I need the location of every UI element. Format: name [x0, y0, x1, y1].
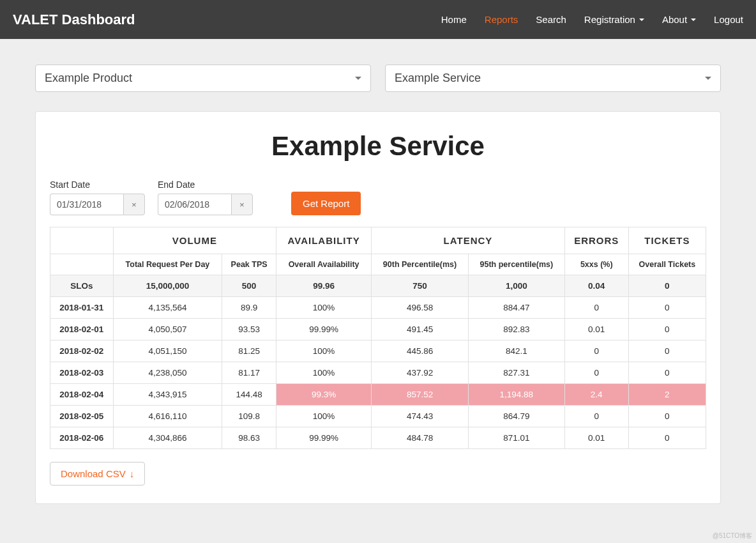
data-cell: 4,050,507 — [113, 319, 222, 340]
table-body: SLOs15,000,00050099.967501,0000.0402018-… — [50, 275, 706, 449]
nav-link-search[interactable]: Search — [536, 14, 566, 25]
clear-end-date-button[interactable]: × — [231, 194, 253, 215]
data-cell: 864.79 — [468, 406, 564, 427]
data-cell: 81.25 — [222, 340, 276, 362]
end-date-label: End Date — [158, 180, 253, 190]
data-cell: 484.78 — [372, 427, 469, 449]
chevron-down-icon — [691, 19, 696, 21]
date-cell: 2018-02-06 — [50, 427, 114, 449]
sub-availability: Overall Availability — [276, 254, 372, 275]
nav-link-registration[interactable]: Registration — [584, 14, 644, 25]
col-errors: ERRORS — [564, 227, 628, 254]
col-tickets: TICKETS — [628, 227, 706, 254]
data-cell: 4,343,915 — [113, 384, 222, 406]
download-csv-button[interactable]: Download CSV ↓ — [50, 462, 145, 486]
data-cell: 93.53 — [222, 319, 276, 340]
data-cell: 99.99% — [276, 427, 372, 449]
data-cell: 98.63 — [222, 427, 276, 449]
selector-row: Example Product Example Service — [35, 65, 721, 92]
data-cell: 0 — [628, 297, 706, 319]
slo-cell: 1,000 — [468, 275, 564, 297]
nav-link-home[interactable]: Home — [441, 14, 467, 25]
table-row: 2018-02-054,616,110109.8100%474.43864.79… — [50, 406, 706, 427]
date-cell: 2018-02-02 — [50, 340, 114, 362]
service-dropdown[interactable]: Example Service — [385, 65, 721, 92]
data-cell: 474.43 — [372, 406, 469, 427]
table-group-header: VOLUME AVAILABILITY LATENCY ERRORS TICKE… — [50, 227, 706, 254]
date-cell: 2018-02-03 — [50, 362, 114, 384]
sub-p95: 95th percentile(ms) — [468, 254, 564, 275]
table-row: 2018-02-034,238,05081.17100%437.92827.31… — [50, 362, 706, 384]
col-blank — [50, 227, 114, 254]
data-cell: 0 — [564, 362, 628, 384]
data-cell: 0 — [628, 427, 706, 449]
data-cell: 4,135,564 — [113, 297, 222, 319]
nav-link-label: Logout — [714, 14, 743, 25]
slo-row: SLOs15,000,00050099.967501,0000.040 — [50, 275, 706, 297]
sub-p90: 90th Percentile(ms) — [372, 254, 469, 275]
data-cell: 100% — [276, 340, 372, 362]
date-controls: Start Date × End Date × Get Report — [50, 180, 706, 215]
chevron-down-icon — [639, 19, 644, 21]
date-cell: 2018-02-05 — [50, 406, 114, 427]
download-icon: ↓ — [130, 468, 135, 479]
nav-link-logout[interactable]: Logout — [714, 14, 743, 25]
sub-5xx: 5xxs (%) — [564, 254, 628, 275]
navbar: VALET Dashboard HomeReportsSearchRegistr… — [0, 0, 756, 39]
data-cell: 892.83 — [468, 319, 564, 340]
sub-blank — [50, 254, 114, 275]
data-cell: 857.52 — [372, 384, 469, 406]
data-cell: 109.8 — [222, 406, 276, 427]
nav-link-label: About — [662, 14, 687, 25]
nav-link-label: Home — [441, 14, 467, 25]
data-cell: 144.48 — [222, 384, 276, 406]
date-cell: 2018-02-01 — [50, 319, 114, 340]
start-date-input[interactable] — [50, 194, 123, 215]
data-cell: 0 — [628, 319, 706, 340]
data-cell: 1,194.88 — [468, 384, 564, 406]
sub-total-request: Total Request Per Day — [113, 254, 222, 275]
download-csv-label: Download CSV — [61, 468, 126, 479]
table-sub-header: Total Request Per Day Peak TPS Overall A… — [50, 254, 706, 275]
slo-cell: 500 — [222, 275, 276, 297]
service-title: Example Service — [50, 131, 706, 162]
slo-label-cell: SLOs — [50, 275, 114, 297]
product-dropdown-label: Example Product — [45, 72, 132, 85]
nav-links: HomeReportsSearchRegistrationAboutLogout — [441, 14, 743, 25]
data-cell: 4,616,110 — [113, 406, 222, 427]
table-row: 2018-02-064,304,86698.6399.99%484.78871.… — [50, 427, 706, 449]
slo-cell: 15,000,000 — [113, 275, 222, 297]
slo-cell: 0.04 — [564, 275, 628, 297]
data-cell: 4,304,866 — [113, 427, 222, 449]
slo-cell: 0 — [628, 275, 706, 297]
data-cell: 842.1 — [468, 340, 564, 362]
data-cell: 100% — [276, 297, 372, 319]
data-cell: 2.4 — [564, 384, 628, 406]
nav-link-about[interactable]: About — [662, 14, 696, 25]
data-cell: 491.45 — [372, 319, 469, 340]
data-cell: 0 — [628, 362, 706, 384]
data-cell: 2 — [628, 384, 706, 406]
data-cell: 437.92 — [372, 362, 469, 384]
product-dropdown[interactable]: Example Product — [35, 65, 371, 92]
main-container: Example Product Example Service Example … — [0, 39, 756, 523]
nav-link-reports[interactable]: Reports — [485, 14, 518, 25]
data-cell: 0 — [628, 406, 706, 427]
data-cell: 99.99% — [276, 319, 372, 340]
brand-title: VALET Dashboard — [13, 11, 135, 28]
nav-link-label: Registration — [584, 14, 635, 25]
data-cell: 4,238,050 — [113, 362, 222, 384]
nav-link-label: Reports — [485, 14, 518, 25]
data-cell: 89.9 — [222, 297, 276, 319]
table-row: 2018-02-024,051,15081.25100%445.86842.10… — [50, 340, 706, 362]
get-report-button[interactable]: Get Report — [291, 192, 361, 215]
col-latency: LATENCY — [372, 227, 565, 254]
nav-link-label: Search — [536, 14, 566, 25]
data-cell: 0.01 — [564, 427, 628, 449]
data-cell: 100% — [276, 406, 372, 427]
data-cell: 81.17 — [222, 362, 276, 384]
slo-table: VOLUME AVAILABILITY LATENCY ERRORS TICKE… — [50, 227, 706, 449]
clear-start-date-button[interactable]: × — [123, 194, 145, 215]
end-date-input[interactable] — [158, 194, 231, 215]
slo-cell: 99.96 — [276, 275, 372, 297]
